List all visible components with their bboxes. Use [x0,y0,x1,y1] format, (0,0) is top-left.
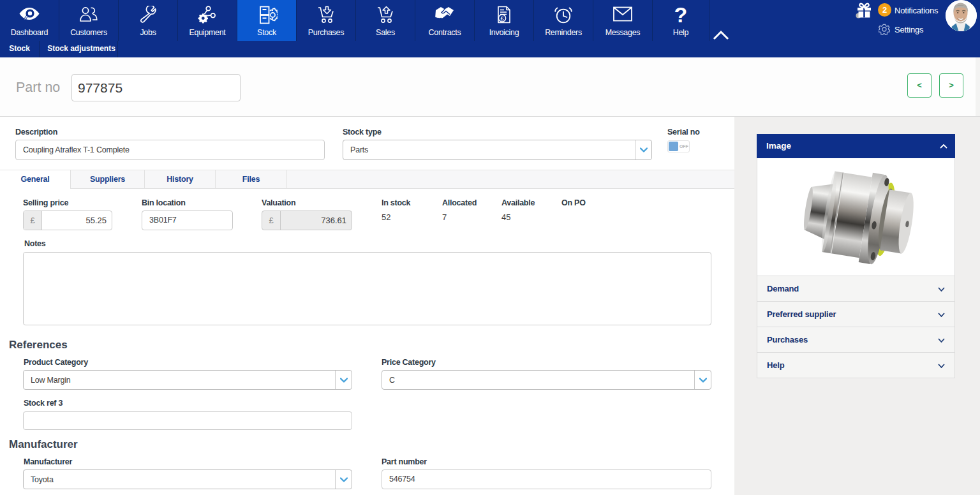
svg-text:£: £ [500,15,503,22]
svg-text:?: ? [674,6,688,25]
